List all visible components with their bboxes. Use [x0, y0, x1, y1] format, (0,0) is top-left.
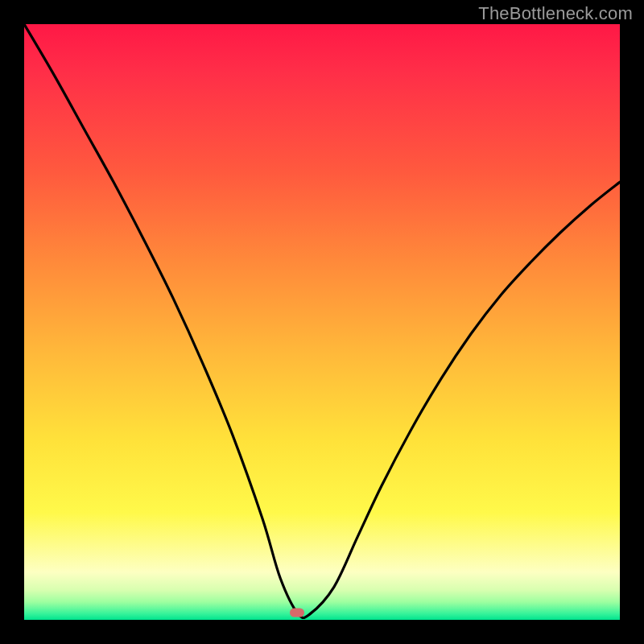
plot-area	[24, 24, 620, 620]
curve-svg	[24, 24, 620, 620]
optimal-point-marker	[290, 609, 304, 617]
chart-frame: TheBottleneck.com	[0, 0, 644, 644]
bottleneck-curve	[24, 24, 620, 617]
watermark-label: TheBottleneck.com	[478, 3, 633, 24]
